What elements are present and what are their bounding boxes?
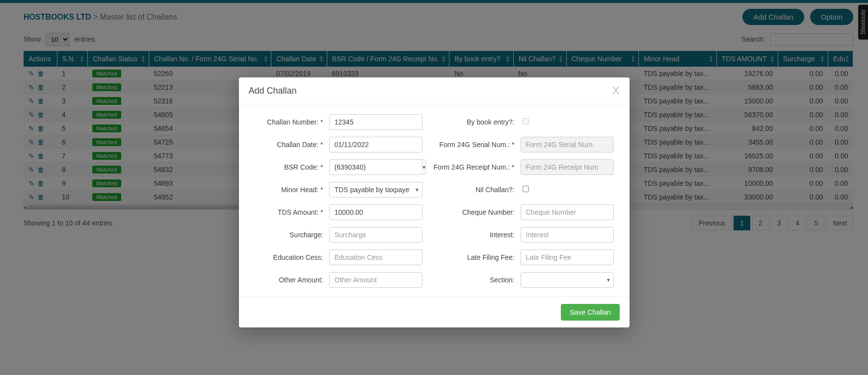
label-by-book-entry: By book entry?: [422,118,521,126]
label-bsr-code: BSR Code: * [251,163,329,171]
close-icon[interactable]: X [612,84,620,97]
minor-head-select[interactable]: TDS payable by taxpayer [329,182,422,198]
label-section: Section: [422,276,521,284]
label-cheque-number: Cheque Number: [422,208,521,216]
by-book-entry-checkbox [523,118,529,125]
tds-amount-input[interactable] [329,204,422,220]
modal-overlay[interactable]: Add Challan X Challan Number: * By book … [0,0,868,375]
label-tds-amount: TDS Amount: * [251,208,329,216]
form24g-serial-input [521,137,614,152]
label-nil-challan: Nil Challan?: [422,186,521,194]
bsr-code-input[interactable] [329,159,422,175]
modal-title: Add Challan [249,86,297,96]
label-minor-head: Minor Head: * [251,186,329,194]
interest-input[interactable] [521,227,614,243]
challan-number-input[interactable] [329,114,422,130]
save-challan-button[interactable]: Save Challan [561,304,619,321]
label-challan-date: Challan Date: * [251,141,329,149]
label-education-cess: Education Cess: [251,253,329,261]
label-other-amount: Other Amount: [251,276,329,284]
cheque-number-input[interactable] [521,204,614,220]
late-filing-fee-input[interactable] [521,250,614,265]
label-surcharge: Surcharge: [251,231,329,239]
label-form24g-serial: Form 24G Serial Num.: * [422,141,521,149]
nil-challan-checkbox[interactable] [523,186,529,192]
label-form24g-receipt: Form 24G Receipt Num.: * [422,163,521,171]
education-cess-input[interactable] [329,250,422,265]
section-select[interactable] [521,272,614,288]
label-challan-number: Challan Number: * [251,118,329,126]
add-challan-modal: Add Challan X Challan Number: * By book … [239,77,630,327]
other-amount-input[interactable] [329,272,422,288]
challan-date-input[interactable] [329,137,422,152]
surcharge-input[interactable] [329,227,422,243]
label-late-filing-fee: Late Filing Fee: [422,253,521,261]
form24g-receipt-input [521,159,614,175]
label-interest: Interest: [422,231,521,239]
